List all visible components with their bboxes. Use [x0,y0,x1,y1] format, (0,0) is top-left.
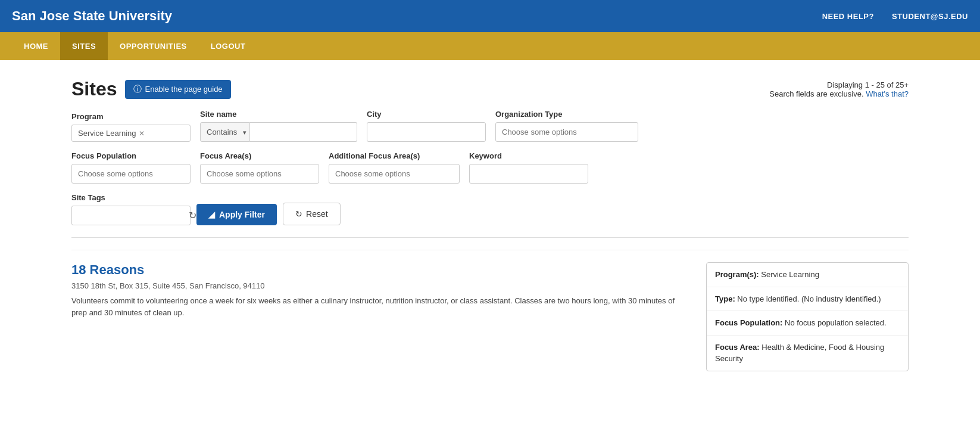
contains-select[interactable]: Contains [200,122,250,142]
site-tags-input-wrapper: ↻ [71,206,191,225]
focus-pop-result-value: No focus population selected. [785,318,887,327]
page-title-row: Sites ⓘ Enable the page guide Displaying… [71,78,909,100]
add-focus-input[interactable] [329,164,460,184]
need-help-link[interactable]: NEED HELP? [822,12,874,21]
keyword-input[interactable] [469,164,588,184]
nav-opportunities[interactable]: OPPORTUNITIES [108,32,199,60]
add-focus-label: Additional Focus Area(s) [329,151,460,160]
enable-page-guide-button[interactable]: ⓘ Enable the page guide [125,80,230,99]
programs-value: Service Learning [761,270,819,279]
contains-wrapper: Contains [200,122,250,142]
result-main: 18 Reasons 3150 18th St, Box 315, Suite … [71,262,688,371]
site-name-filter-group: Site name Contains [200,110,357,142]
filter-section: Program Service Learning ✕ Site name Con… [71,110,909,225]
site-name-input[interactable] [250,122,357,142]
top-header: San Jose State University NEED HELP? STU… [0,0,980,32]
site-name-label: Site name [200,110,357,119]
reset-label: Reset [306,209,328,219]
focus-area-filter-group: Focus Area(s) [200,151,319,184]
reset-icon: ↻ [295,209,302,219]
org-type-filter-group: Organization Type [495,110,638,142]
search-note: Search fields are exclusive. What's that… [769,89,909,98]
keyword-filter-group: Keyword [469,151,588,184]
apply-filter-label: Apply Filter [219,210,265,219]
result-focus-pop-row: Focus Population: No focus population se… [707,311,908,336]
program-filter-group: Program Service Learning ✕ [71,112,191,142]
main-content: Sites ⓘ Enable the page guide Displaying… [0,60,980,401]
student-email-link[interactable]: STUDENT@SJ.EDU [892,12,968,21]
result-description: Volunteers commit to volunteering once a… [71,295,688,318]
program-tag: Service Learning ✕ [71,125,191,142]
page-guide-label: Enable the page guide [145,85,222,94]
university-name: San Jose State University [12,8,172,24]
result-item: 18 Reasons 3150 18th St, Box 315, Suite … [71,262,909,371]
city-filter-group: City [367,110,486,142]
filter-row-2: Focus Population Focus Area(s) Additiona… [71,151,909,184]
header-right: NEED HELP? STUDENT@SJ.EDU [822,12,968,21]
focus-area-result-label: Focus Area: [715,343,760,352]
nav-bar: HOME SITES OPPORTUNITIES LOGOUT [0,32,980,60]
site-tags-label: Site Tags [71,193,191,202]
site-tags-input[interactable] [72,206,184,225]
result-type-row: Type: No type identified. (No industry i… [707,287,908,312]
org-type-label: Organization Type [495,110,638,119]
displaying-count: Displaying 1 - 25 of 25+ [769,80,909,89]
result-sidebar: Program(s): Service Learning Type: No ty… [706,262,909,371]
type-label: Type: [715,294,735,303]
apply-filter-button[interactable]: ◢ Apply Filter [196,204,277,225]
add-focus-filter-group: Additional Focus Area(s) [329,151,460,184]
site-tags-filter-group: Site Tags ↻ [71,193,191,225]
result-address: 3150 18th St, Box 315, Suite 455, San Fr… [71,281,688,290]
programs-label: Program(s): [715,270,759,279]
program-tag-value: Service Learning [78,129,136,138]
results-divider [71,237,909,238]
nav-logout[interactable]: LOGOUT [199,32,258,60]
filter-row-1: Program Service Learning ✕ Site name Con… [71,110,909,142]
result-focus-area-row: Focus Area: Health & Medicine, Food & Ho… [707,336,908,371]
result-title[interactable]: 18 Reasons [71,262,688,278]
whats-that-link[interactable]: What's that? [866,89,909,98]
nav-home[interactable]: HOME [12,32,60,60]
site-tags-row: Site Tags ↻ ◢ Apply Filter ↻ Reset [71,193,909,225]
city-label: City [367,110,486,119]
focus-pop-filter-group: Focus Population [71,151,191,184]
focus-pop-label: Focus Population [71,151,191,160]
type-value: No type identified. (No industry identif… [737,294,881,303]
focus-pop-result-label: Focus Population: [715,318,782,327]
result-programs-row: Program(s): Service Learning [707,263,908,287]
page-title: Sites [71,78,117,100]
focus-area-label: Focus Area(s) [200,151,319,160]
program-label: Program [71,112,191,121]
keyword-label: Keyword [469,151,588,160]
question-circle-icon: ⓘ [133,84,142,95]
nav-sites[interactable]: SITES [60,32,108,60]
focus-area-input[interactable] [200,164,319,184]
site-name-input-group: Contains [200,122,357,142]
result-info-box: Program(s): Service Learning Type: No ty… [706,262,909,371]
filter-icon: ◢ [208,210,215,219]
city-input[interactable] [367,122,486,142]
program-tag-remove[interactable]: ✕ [139,129,145,138]
results-section: 18 Reasons 3150 18th St, Box 315, Suite … [71,250,909,371]
focus-pop-input[interactable] [71,164,191,184]
page-title-left: Sites ⓘ Enable the page guide [71,78,231,100]
display-info: Displaying 1 - 25 of 25+ Search fields a… [769,80,909,98]
org-type-input[interactable] [495,122,638,142]
reset-button[interactable]: ↻ Reset [283,203,341,225]
